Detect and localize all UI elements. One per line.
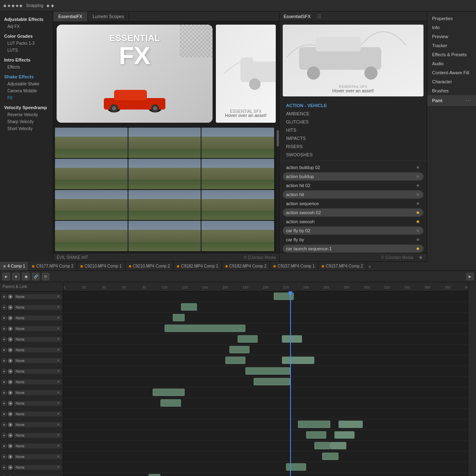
track-icon-16[interactable]: ◈ xyxy=(8,465,13,470)
comp-tab-5[interactable]: C9182.MP4 Comp 2 xyxy=(222,262,270,271)
cat-action-vehicle[interactable]: ACTION - VEHICLE xyxy=(279,101,427,110)
star-icon-0[interactable]: ★ xyxy=(416,165,420,170)
thumb-cell-1[interactable] xyxy=(55,128,128,158)
far-right-preview[interactable]: Preview xyxy=(427,32,476,41)
sub-short-velocity[interactable]: Short Velocity xyxy=(0,125,53,132)
track-none-select-14[interactable]: None ▼ xyxy=(14,444,62,449)
track-eye-0[interactable]: ◉ xyxy=(2,294,7,299)
track-eye-7[interactable]: ◉ xyxy=(2,369,7,374)
sound-action-hit[interactable]: action hit ★ xyxy=(283,190,423,199)
track-none-select-5[interactable]: None ▼ xyxy=(14,348,62,352)
track-icon-8[interactable]: ◈ xyxy=(8,380,13,384)
clip-8-0[interactable] xyxy=(254,378,290,385)
track-eye-6[interactable]: ◉ xyxy=(2,358,7,363)
sub-effects[interactable]: Effects xyxy=(0,64,53,71)
track-eye-15[interactable]: ◉ xyxy=(2,454,7,459)
clip-5-0[interactable] xyxy=(229,346,249,353)
track-icon-1[interactable]: ◈ xyxy=(8,305,13,310)
sound-action-swoosh-02[interactable]: action swoosh 02 ★ xyxy=(283,208,423,217)
thumb-cell-4[interactable] xyxy=(55,159,128,189)
far-right-brushes[interactable]: Brushes xyxy=(427,86,476,95)
track-icon-3[interactable]: ◈ xyxy=(8,326,13,331)
track-none-select-8[interactable]: None ▼ xyxy=(14,380,62,384)
sound-action-swoosh[interactable]: action swoosh ★ xyxy=(283,217,423,226)
sound-action-hit-02[interactable]: action hit 02 ★ xyxy=(283,181,423,190)
thumb-scrollbar[interactable] xyxy=(276,126,279,253)
category-shake-effects[interactable]: Shake Effects xyxy=(0,73,53,80)
playhead[interactable] xyxy=(290,291,291,476)
star-icon-8[interactable]: ★ xyxy=(416,237,420,243)
star-icon-1[interactable]: ★ xyxy=(416,174,420,179)
comp-tabs-overflow[interactable]: » xyxy=(368,264,371,269)
sub-camera-wobble[interactable]: Camera Wobble xyxy=(0,87,53,94)
comp-tab-6[interactable]: C9157.MP4 Comp 1 xyxy=(270,262,318,271)
track-eye-2[interactable]: ◉ xyxy=(2,316,7,320)
cat-risers[interactable]: RISERS xyxy=(279,142,427,151)
track-eye-12[interactable]: ◉ xyxy=(2,422,7,427)
comp-tab-4[interactable]: C9182.MP4 Comp 1 xyxy=(174,262,222,271)
clip-4-0[interactable] xyxy=(238,335,258,343)
track-eye-13[interactable]: ◉ xyxy=(2,433,7,438)
track-none-select-16[interactable]: None ▼ xyxy=(14,465,62,470)
track-eye-4[interactable]: ◉ xyxy=(2,337,7,342)
thumb-cell-11[interactable] xyxy=(128,221,201,251)
category-velocity[interactable]: Velocity Speedramp xyxy=(0,104,53,111)
far-right-info[interactable]: Info xyxy=(427,23,476,32)
tl-btn-1[interactable]: ▶ xyxy=(2,273,10,280)
track-icon-5[interactable]: ◈ xyxy=(8,348,13,352)
star-icon-5[interactable]: ★ xyxy=(416,210,420,215)
thumb-cell-12[interactable] xyxy=(201,221,274,251)
track-eye-1[interactable]: ◉ xyxy=(2,305,7,310)
sfx-tab-main[interactable]: EssentialSFX xyxy=(279,11,315,21)
clip-6-0[interactable] xyxy=(225,357,245,364)
clip-1-0[interactable] xyxy=(181,303,197,311)
tl-btn-2[interactable]: ■ xyxy=(12,273,20,280)
comp-tab-1[interactable]: C9177.MP4 Comp 2 xyxy=(29,262,77,271)
tl-btn-3[interactable]: ◼ xyxy=(22,273,30,280)
sfx-star-icon[interactable]: ★ xyxy=(418,254,423,261)
far-right-content-aware[interactable]: Content-Aware Fill xyxy=(427,68,476,77)
thumb-cell-10[interactable] xyxy=(55,221,128,251)
timeline-right-expand[interactable] xyxy=(468,282,476,476)
far-right-character[interactable]: Character xyxy=(427,77,476,86)
thumb-cell-9[interactable] xyxy=(201,190,274,220)
far-right-audio[interactable]: Audio xyxy=(427,59,476,68)
cat-swooshes[interactable]: SWOOSHES xyxy=(279,151,427,159)
track-icon-4[interactable]: ◈ xyxy=(8,337,13,342)
track-icon-7[interactable]: ◈ xyxy=(8,369,13,374)
thumb-cell-5[interactable] xyxy=(128,159,201,189)
sub-fx[interactable]: FX xyxy=(0,94,53,101)
clip-16-0[interactable] xyxy=(286,463,306,471)
clip-10-0[interactable] xyxy=(160,399,181,407)
star-icon-2[interactable]: ★ xyxy=(416,183,420,188)
clip-4-1[interactable] xyxy=(282,335,302,343)
clip-17-0[interactable] xyxy=(149,474,161,476)
sub-adj-fx[interactable]: Adj FX xyxy=(0,23,53,30)
track-icon-9[interactable]: ◈ xyxy=(8,390,13,395)
clip-6-1[interactable] xyxy=(282,357,314,364)
track-eye-3[interactable]: ◉ xyxy=(2,326,7,331)
sound-car-launch[interactable]: car launch sequence-1 ★ xyxy=(283,245,423,253)
thumb-cell-3[interactable] xyxy=(201,128,274,158)
thumb-cell-2[interactable] xyxy=(128,128,201,158)
track-none-select-3[interactable]: None ▼ xyxy=(14,326,62,331)
far-right-effects-presets[interactable]: Effects & Presets xyxy=(427,50,476,59)
track-eye-16[interactable]: ◉ xyxy=(2,465,7,470)
sound-action-sequence[interactable]: action sequence ★ xyxy=(283,199,423,208)
category-color-grades[interactable]: Color Grades xyxy=(0,32,53,40)
track-none-select-10[interactable]: None ▼ xyxy=(14,401,62,406)
thumb-cell-6[interactable] xyxy=(201,159,274,189)
track-none-select-4[interactable]: None ▼ xyxy=(14,337,62,342)
cat-ambience[interactable]: AMBIENCE xyxy=(279,110,427,118)
comp-tab-7[interactable]: C9157.MP4 Comp 2 xyxy=(318,262,367,271)
track-icon-12[interactable]: ◈ xyxy=(8,422,13,427)
track-none-select-13[interactable]: None ▼ xyxy=(14,433,62,438)
track-eye-14[interactable]: ◉ xyxy=(2,444,7,449)
far-right-paint[interactable]: Paint ⋯ xyxy=(427,95,476,106)
thumb-cell-8[interactable] xyxy=(128,190,201,220)
clip-13-0[interactable] xyxy=(306,431,326,439)
star-icon-4[interactable]: ★ xyxy=(416,201,420,206)
comp-tab-2[interactable]: C9210.MP4 Comp 1 xyxy=(77,262,126,271)
star-icon-6[interactable]: ★ xyxy=(416,219,420,224)
track-icon-2[interactable]: ◈ xyxy=(8,316,13,320)
